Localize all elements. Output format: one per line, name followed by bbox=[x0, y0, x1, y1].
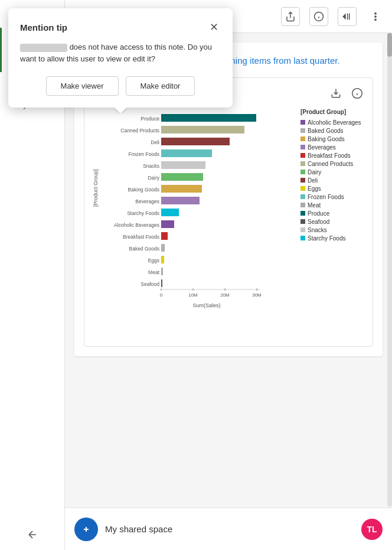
make-editor-button[interactable]: Make editor bbox=[126, 76, 195, 96]
chart-container: [Product Group] Produce Canned Products … bbox=[84, 77, 373, 347]
svg-rect-20 bbox=[161, 114, 256, 122]
list-item: Eggs bbox=[300, 185, 365, 192]
svg-text:[Product Group]: [Product Group] bbox=[93, 169, 99, 207]
svg-text:Baking Goods: Baking Goods bbox=[128, 187, 159, 193]
list-item: Baking Goods bbox=[300, 136, 365, 142]
list-item: Beverages bbox=[300, 144, 365, 151]
sidebar-bottom bbox=[0, 519, 64, 550]
svg-rect-48 bbox=[161, 279, 162, 287]
svg-text:20M: 20M bbox=[220, 292, 230, 298]
header-icons bbox=[281, 7, 385, 26]
svg-text:Alcoholic Beverages: Alcoholic Beverages bbox=[114, 222, 159, 228]
workspace-name: My shared space bbox=[105, 524, 354, 534]
chart-export-icon[interactable] bbox=[328, 85, 344, 102]
legend-color bbox=[300, 186, 305, 191]
list-item: Dairy bbox=[300, 169, 365, 175]
chart-info-icon[interactable] bbox=[349, 85, 365, 102]
list-item: Alcoholic Beverages bbox=[300, 119, 365, 126]
svg-text:Sum(Sales): Sum(Sales) bbox=[192, 302, 220, 308]
legend-title: [Product Group] bbox=[300, 109, 365, 115]
svg-text:30M: 30M bbox=[252, 292, 262, 298]
legend-color bbox=[300, 161, 305, 166]
svg-rect-22 bbox=[161, 126, 244, 134]
info-button[interactable] bbox=[309, 7, 328, 26]
popup-title: Mention tip bbox=[20, 22, 67, 32]
svg-text:Frozen Foods: Frozen Foods bbox=[129, 151, 159, 157]
svg-text:Snacks: Snacks bbox=[143, 163, 159, 169]
legend-color bbox=[300, 128, 305, 133]
scroll-track[interactable] bbox=[387, 33, 392, 506]
collapse-sidebar-button[interactable] bbox=[5, 529, 60, 541]
legend-color bbox=[300, 236, 305, 240]
share-button[interactable] bbox=[281, 7, 300, 26]
make-viewer-button[interactable]: Make viewer bbox=[46, 76, 119, 96]
svg-text:Produce: Produce bbox=[141, 116, 159, 122]
svg-text:Beverages: Beverages bbox=[135, 198, 159, 204]
svg-text:Dairy: Dairy bbox=[148, 175, 160, 181]
svg-text:10M: 10M bbox=[188, 292, 198, 298]
popup-arrow bbox=[115, 108, 126, 113]
list-item: Baked Goods bbox=[300, 128, 365, 134]
svg-rect-24 bbox=[161, 138, 230, 145]
svg-rect-36 bbox=[161, 209, 179, 216]
legend-color bbox=[300, 153, 305, 158]
svg-rect-44 bbox=[161, 256, 164, 263]
svg-rect-28 bbox=[161, 161, 205, 169]
list-item: Canned Products bbox=[300, 161, 365, 167]
legend-color bbox=[300, 145, 305, 149]
svg-text:Canned Products: Canned Products bbox=[120, 128, 159, 134]
svg-point-12 bbox=[375, 15, 376, 17]
svg-rect-46 bbox=[161, 268, 163, 275]
list-item: Breakfast Foods bbox=[300, 152, 365, 159]
popup-close-button[interactable]: ✕ bbox=[207, 20, 221, 34]
popup-actions: Make viewer Make editor bbox=[20, 76, 221, 96]
svg-rect-32 bbox=[161, 185, 202, 193]
svg-text:Eggs: Eggs bbox=[148, 258, 159, 263]
svg-text:Breakfast Foods: Breakfast Foods bbox=[123, 234, 159, 240]
svg-rect-38 bbox=[161, 220, 174, 228]
list-item: Starchy Foods bbox=[300, 235, 365, 242]
svg-rect-42 bbox=[161, 244, 165, 252]
legend-color bbox=[300, 194, 305, 199]
collapse-panel-button[interactable] bbox=[338, 7, 357, 26]
chart-svg-area: [Product Group] Produce Canned Products … bbox=[92, 106, 296, 339]
popup-user-handle bbox=[20, 44, 67, 52]
legend-color bbox=[300, 211, 305, 216]
list-item: Snacks bbox=[300, 227, 365, 233]
legend-color bbox=[300, 203, 305, 207]
svg-text:0: 0 bbox=[160, 292, 163, 298]
list-item: Seafood bbox=[300, 219, 365, 225]
list-item: Produce bbox=[300, 210, 365, 217]
legend-color bbox=[300, 227, 305, 232]
legend-color bbox=[300, 178, 305, 183]
legend-color bbox=[300, 136, 305, 141]
svg-text:Starchy Foods: Starchy Foods bbox=[127, 210, 159, 216]
svg-rect-34 bbox=[161, 197, 200, 204]
popup-body: does not have access to this note. Do yo… bbox=[20, 41, 221, 64]
more-options-button[interactable] bbox=[366, 7, 385, 26]
mention-tip-popup: Mention tip ✕ does not have access to th… bbox=[8, 8, 233, 108]
svg-text:Baked Goods: Baked Goods bbox=[129, 246, 159, 252]
svg-point-11 bbox=[375, 12, 376, 14]
list-item: Frozen Foods bbox=[300, 194, 365, 200]
svg-text:Deli: Deli bbox=[151, 139, 159, 145]
scroll-thumb[interactable] bbox=[387, 33, 392, 57]
user-avatar: TL bbox=[361, 519, 383, 540]
workspace-avatar bbox=[74, 518, 98, 541]
svg-point-13 bbox=[375, 19, 376, 20]
svg-text:Meat: Meat bbox=[148, 269, 160, 275]
app-container: Bookmarks Notes Key drivers bbox=[0, 0, 392, 550]
svg-rect-26 bbox=[161, 149, 212, 157]
list-item: Deli bbox=[300, 177, 365, 184]
chart-legend: [Product Group] Alcoholic Beverages Bake… bbox=[300, 106, 365, 339]
legend-color bbox=[300, 170, 305, 174]
legend-color bbox=[300, 120, 305, 125]
svg-rect-40 bbox=[161, 232, 168, 240]
list-item: Meat bbox=[300, 202, 365, 209]
bottom-bar: My shared space TL bbox=[65, 507, 392, 550]
popup-header: Mention tip ✕ bbox=[20, 20, 221, 34]
svg-rect-30 bbox=[161, 173, 203, 181]
legend-color bbox=[300, 219, 305, 224]
chart-body: [Product Group] Produce Canned Products … bbox=[92, 106, 365, 339]
svg-text:Seafood: Seafood bbox=[141, 281, 159, 287]
